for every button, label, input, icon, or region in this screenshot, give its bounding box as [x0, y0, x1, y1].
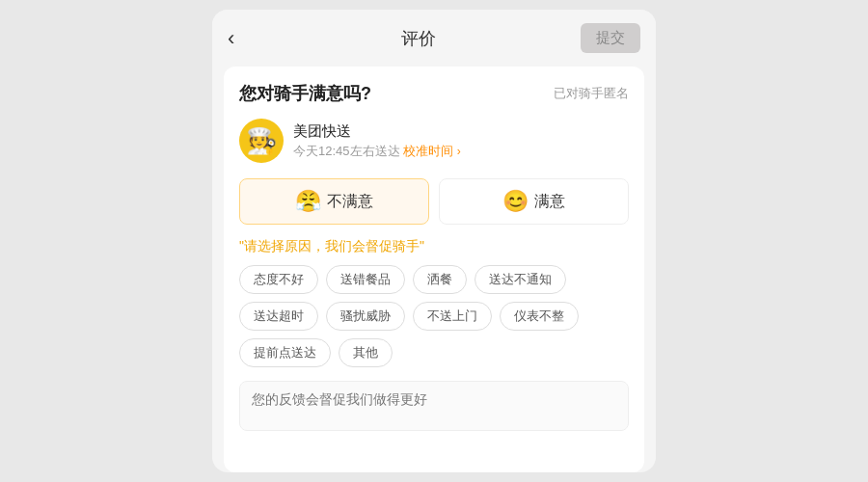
feedback-textarea[interactable]	[239, 381, 629, 431]
rider-name: 美团快送	[293, 122, 461, 141]
phone-container: ‹ 评价 提交 您对骑手满意吗? 已对骑手匿名 🧑‍🍳 美团快送 今天12:45…	[212, 10, 656, 472]
section-title: 您对骑手满意吗?	[239, 82, 371, 105]
tag-late[interactable]: 送达超时	[239, 302, 318, 331]
tag-spill[interactable]: 洒餐	[413, 265, 467, 294]
tag-other[interactable]: 其他	[339, 338, 393, 367]
tag-no-notify[interactable]: 送达不通知	[475, 265, 566, 294]
section-title-row: 您对骑手满意吗? 已对骑手匿名	[239, 82, 629, 105]
calibrate-time-link[interactable]: 校准时间	[403, 144, 453, 158]
rating-happy-button[interactable]: 😊 满意	[439, 178, 629, 225]
rider-info: 🧑‍🍳 美团快送 今天12:45左右送达 校准时间 ›	[239, 119, 629, 163]
rating-unhappy-button[interactable]: 😤 不满意	[239, 178, 429, 225]
tag-early[interactable]: 提前点送达	[239, 338, 331, 367]
rider-avatar: 🧑‍🍳	[239, 119, 284, 163]
tag-attitude[interactable]: 态度不好	[239, 265, 318, 294]
back-button[interactable]: ‹	[228, 26, 257, 51]
rating-row: 😤 不满意 😊 满意	[239, 178, 629, 225]
tags-row: 态度不好 送错餐品 洒餐 送达不通知 送达超时 骚扰威胁 不送上门 仪表不整 提…	[239, 265, 629, 367]
unhappy-emoji: 😤	[295, 189, 321, 214]
tag-harass[interactable]: 骚扰威胁	[326, 302, 405, 331]
header: ‹ 评价 提交	[212, 10, 656, 67]
rider-time: 今天12:45左右送达 校准时间 ›	[293, 143, 461, 160]
time-arrow-icon: ›	[457, 145, 461, 158]
anonymous-label: 已对骑手匿名	[554, 85, 629, 102]
happy-emoji: 😊	[502, 189, 529, 214]
page-title: 评价	[257, 27, 581, 50]
tag-appearance[interactable]: 仪表不整	[500, 302, 579, 331]
rider-details: 美团快送 今天12:45左右送达 校准时间 ›	[293, 122, 461, 160]
unhappy-label: 不满意	[327, 192, 373, 212]
rider-avatar-emoji: 🧑‍🍳	[246, 126, 277, 156]
tag-no-deliver[interactable]: 不送上门	[413, 302, 492, 331]
submit-button[interactable]: 提交	[581, 23, 640, 53]
prompt-text: "请选择原因，我们会督促骑手"	[239, 238, 629, 255]
main-card: 您对骑手满意吗? 已对骑手匿名 🧑‍🍳 美团快送 今天12:45左右送达 校准时…	[224, 67, 644, 472]
tag-wrong-food[interactable]: 送错餐品	[326, 265, 405, 294]
happy-label: 满意	[534, 192, 565, 212]
